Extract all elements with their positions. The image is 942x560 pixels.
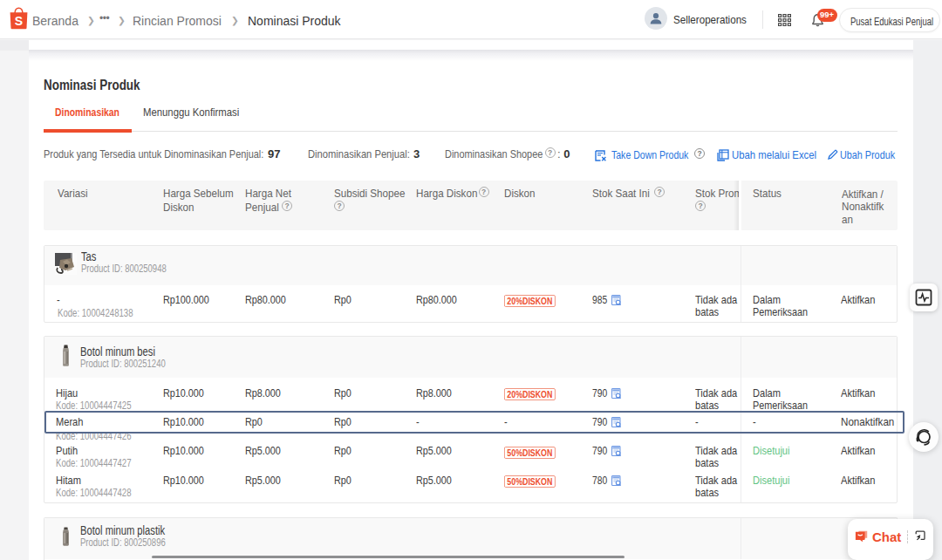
svg-text:S: S — [15, 14, 23, 28]
